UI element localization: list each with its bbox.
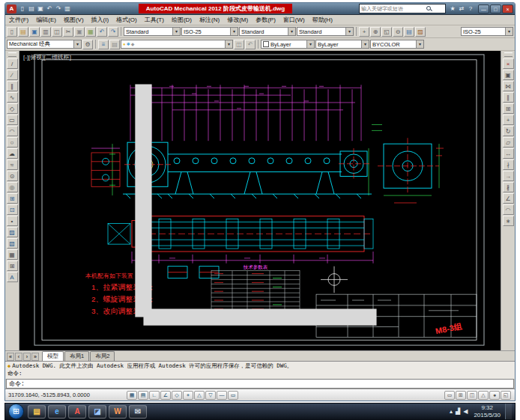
app-menu-icon[interactable]: A [7, 4, 16, 13]
minimize-button[interactable]: — [478, 4, 489, 13]
toolbar-grip[interactable] [8, 52, 16, 57]
explode-tool-icon[interactable]: ∗ [503, 216, 514, 226]
menu-draw[interactable]: 绘图(D) [168, 15, 196, 25]
chamfer-tool-icon[interactable]: ∠ [503, 193, 514, 204]
tab-first-icon[interactable]: « [7, 353, 14, 361]
polygon-tool-icon[interactable]: ◇ [7, 103, 18, 114]
mleader-style-dropdown[interactable]: Standard ▾ [297, 27, 354, 36]
command-input[interactable]: 命令: [6, 379, 514, 389]
break-tool-icon[interactable]: ∦ [503, 182, 514, 192]
menu-edit[interactable]: 编辑(E) [32, 15, 60, 25]
annotation-scale-icon[interactable]: △ [478, 391, 489, 400]
spline-tool-icon[interactable]: ≈ [7, 159, 18, 170]
tab-layout1[interactable]: 布局1 [64, 351, 89, 361]
ellipse-tool-icon[interactable]: ⊙ [7, 171, 18, 181]
mirror-tool-icon[interactable]: ⋈ [503, 81, 514, 91]
menu-modify[interactable]: 修改(M) [223, 15, 252, 25]
taskbar-mail-button[interactable]: ✉ [129, 405, 147, 419]
trim-tool-icon[interactable]: ∤ [503, 159, 514, 170]
menu-parametric[interactable]: 参数(P) [252, 15, 279, 25]
start-button[interactable]: ⊞ [8, 404, 24, 419]
undo-icon[interactable]: ↶ [45, 4, 54, 13]
ortho-toggle[interactable]: ∟ [149, 391, 160, 400]
taskbar-browser-button[interactable]: e [48, 405, 66, 419]
cut-icon[interactable]: ✂ [63, 27, 73, 37]
open-icon[interactable]: ▤ [27, 4, 36, 13]
model-space-icon[interactable]: ▭ [444, 391, 455, 400]
menu-window[interactable]: 窗口(W) [279, 15, 309, 25]
osnap-toggle[interactable]: ◇ [172, 391, 182, 400]
layer-states-icon[interactable]: ▤ [109, 40, 120, 49]
revcloud-tool-icon[interactable]: ☁ [7, 148, 18, 159]
show-desktop-button[interactable] [505, 404, 512, 419]
plotstyle-dropdown[interactable]: BYCOLOR ▾ [370, 40, 424, 49]
favorites-icon[interactable]: ★ [448, 4, 457, 13]
offset-tool-icon[interactable]: ∥ [503, 92, 514, 103]
taskbar-clock[interactable]: 9:32 2015/5/30 [472, 404, 502, 419]
exchange-apps-icon[interactable]: ⇄ [457, 4, 466, 13]
point-tool-icon[interactable]: • [7, 216, 18, 226]
zoom-window-icon[interactable]: ◱ [381, 27, 392, 37]
tab-prev-icon[interactable]: ‹ [15, 353, 22, 361]
donut-tool-icon[interactable]: ◎ [7, 182, 18, 192]
erase-tool-icon[interactable]: × [503, 58, 514, 69]
redo-icon[interactable]: ↷ [54, 4, 63, 13]
redo-icon[interactable]: ↷ [108, 27, 118, 37]
menu-insert[interactable]: 插入(I) [88, 15, 113, 25]
maximize-button[interactable]: □ [490, 4, 501, 13]
pan-icon[interactable]: + [359, 27, 369, 37]
layer-dropdown[interactable]: ●✱◆ ▾ [121, 40, 233, 49]
gradient-tool-icon[interactable]: ▧ [7, 238, 18, 249]
stretch-tool-icon[interactable]: ↔ [503, 148, 514, 159]
annotation-visibility-icon[interactable]: ● [489, 391, 500, 400]
menu-file[interactable]: 文件(F) [5, 15, 32, 25]
drawing-canvas[interactable]: [-][俯视][二维线框] [19, 51, 501, 350]
copy-tool-icon[interactable]: ▣ [503, 70, 514, 80]
circle-tool-icon[interactable]: ○ [7, 137, 18, 147]
command-history[interactable]: ◆Autodesk DWG. 此文件上次由 Autodesk 应用程序或 Aut… [5, 361, 515, 379]
tray-network-icon[interactable]: ▟ [456, 408, 460, 415]
ducs-toggle[interactable]: △ [194, 391, 205, 400]
save-icon[interactable]: ▣ [36, 4, 45, 13]
text-style-dropdown[interactable]: Standard ▾ [124, 27, 181, 36]
tab-last-icon[interactable]: » [31, 353, 39, 361]
lineweight-toggle[interactable]: — [217, 391, 227, 400]
dim-style-dropdown[interactable]: ISO-25 ▾ [181, 27, 238, 36]
make-object-layer-icon[interactable]: ◫ [234, 40, 244, 49]
new-icon[interactable]: ▯ [7, 27, 17, 37]
menu-format[interactable]: 格式(O) [112, 15, 141, 25]
polyline-tool-icon[interactable]: ∿ [7, 92, 18, 103]
paste-icon[interactable]: ▦ [85, 27, 96, 37]
open-icon[interactable]: ▤ [18, 27, 28, 37]
zoom-previous-icon[interactable]: ⊖ [393, 27, 403, 37]
workspace-dropdown[interactable]: Mechanical 经典 ▾ [7, 40, 82, 49]
toolbar-grip[interactable] [504, 52, 513, 57]
tray-volume-icon[interactable]: ◀ [463, 408, 468, 415]
otrack-toggle[interactable]: ⌖ [183, 391, 193, 400]
snap-toggle[interactable]: ▦ [127, 391, 137, 400]
mline-tool-icon[interactable]: ∥ [7, 81, 18, 91]
undo-icon[interactable]: ↶ [97, 27, 107, 37]
color-dropdown[interactable]: ByLayer ▾ [261, 40, 315, 49]
tab-layout2[interactable]: 布局2 [90, 351, 115, 361]
taskbar-office-button[interactable]: W [109, 405, 127, 419]
match-properties-icon[interactable]: ▨ [415, 27, 426, 37]
quickview-layouts-icon[interactable]: ⊞ [456, 391, 466, 400]
insert-block-icon[interactable]: ⊞ [7, 193, 18, 204]
clean-screen-icon[interactable]: ◱ [501, 391, 511, 400]
line-tool-icon[interactable]: / [7, 58, 18, 69]
scale-tool-icon[interactable]: ▱ [503, 137, 514, 147]
menu-tools[interactable]: 工具(T) [141, 15, 168, 25]
array-tool-icon[interactable]: ⊞ [503, 103, 514, 114]
taskbar-explorer-button[interactable]: ▤ [28, 405, 46, 419]
search-input[interactable] [361, 5, 426, 12]
make-block-icon[interactable]: ⊡ [7, 204, 18, 215]
zoom-realtime-icon[interactable]: ⊕ [370, 27, 381, 37]
layer-properties-icon[interactable]: ≡ [98, 40, 109, 49]
mech-standard-dropdown[interactable]: ISO-25 ▾ [461, 27, 513, 36]
copy-icon[interactable]: ▣ [74, 27, 85, 37]
close-button[interactable]: × [502, 4, 513, 13]
taskbar-viewer-button[interactable]: ◪ [88, 405, 106, 419]
save-icon[interactable]: ▣ [29, 27, 40, 37]
menu-view[interactable]: 视图(V) [60, 15, 88, 25]
